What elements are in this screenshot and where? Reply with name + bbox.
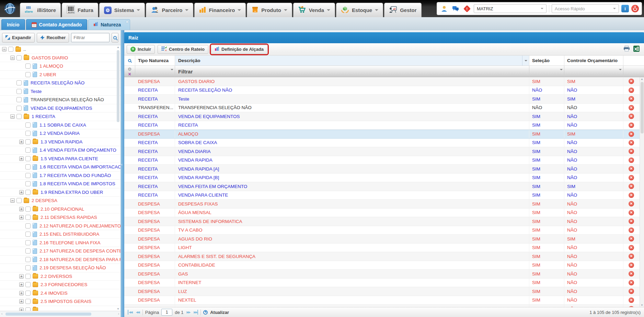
logout-power-button[interactable]: [631, 5, 639, 12]
tree-checkbox[interactable]: [25, 282, 31, 287]
tree-item[interactable]: 1.1 SOBRA DE CAIXA: [0, 121, 120, 130]
menu-venda[interactable]: Venda: [293, 3, 335, 17]
tree-checkbox[interactable]: [25, 248, 31, 254]
tab-inicio[interactable]: Início: [1, 19, 25, 30]
tree-item[interactable]: 1.3 VENDA RAPIDA: [0, 138, 120, 146]
tree-item[interactable]: VENDA DE EQUIPAMENTOS: [0, 104, 120, 113]
delete-row-icon[interactable]: ✕: [629, 96, 634, 102]
scroll-down-icon[interactable]: ▼: [116, 307, 120, 310]
tree-item[interactable]: 2.3 FORNECEDORES: [0, 281, 120, 289]
alert-icon[interactable]: !: [462, 4, 471, 13]
filter-selecao[interactable]: [529, 66, 564, 77]
table-row[interactable]: RECEITA VENDA RAPIDA SIM NÃO ✕: [124, 156, 644, 165]
tree-checkbox[interactable]: [25, 265, 31, 270]
tree-checkbox[interactable]: [25, 223, 31, 228]
table-row[interactable]: DESPESA CONTABILIDADE SIM NÃO ✕: [124, 261, 644, 270]
filter-descricao[interactable]: Filtrar: [175, 66, 529, 77]
tree-item[interactable]: 2 DESPESA: [0, 197, 120, 205]
tree-item[interactable]: 2.12 NATUREZA DO PLANEJAMENTO: [0, 222, 120, 231]
filter-controle-orcamentario[interactable]: [564, 66, 623, 77]
scroll-right-icon[interactable]: ›: [118, 312, 119, 316]
table-row[interactable]: DESPESA LUZ SIM NÃO ✕: [124, 287, 644, 296]
table-row[interactable]: RECEITA RECEITA SELEÇÃO NÃO NÃO NÃO ✕: [124, 86, 644, 95]
table-row[interactable]: DESPESA LIGHT SIM NÃO ✕: [124, 244, 644, 253]
tree-item[interactable]: 1.9 RENDA EXTRA DO UBER: [0, 188, 120, 197]
tree-checkbox[interactable]: [25, 291, 31, 296]
table-row[interactable]: DESPESA DESPESAS FIXAS SIM NÃO ✕: [124, 200, 644, 209]
tree-checkbox[interactable]: [25, 181, 31, 186]
tree-item[interactable]: 2.17 NATUREZA DE DESPESA CONTENDO: [0, 247, 120, 256]
tree-item[interactable]: 1.8 RECEITA VINDA DE IMPOSTOS: [0, 180, 120, 188]
page-number-input[interactable]: [161, 309, 172, 316]
table-row[interactable]: DESPESA ÁGUA MENSAL SIM NÃO ✕: [124, 209, 644, 218]
menu-sistema[interactable]: ⚙ Sistema: [99, 3, 145, 17]
tree-checkbox[interactable]: [25, 215, 31, 220]
tree-item[interactable]: TRANSFERENCIA SELEÇÃO NÃO: [0, 96, 120, 104]
scrollbar-thumb[interactable]: [117, 50, 119, 122]
scroll-up-icon[interactable]: ▲: [640, 78, 644, 81]
tree-checkbox[interactable]: [25, 240, 31, 245]
tree-checkbox[interactable]: [25, 207, 31, 212]
tree-item[interactable]: 2.19 DESPESA SELEÇÃO NÃO: [0, 264, 120, 272]
close-tab-icon[interactable]: ×: [126, 20, 128, 24]
menu-gestor[interactable]: Gestor: [384, 3, 421, 17]
filter-dropdown-icon[interactable]: [560, 70, 563, 77]
last-page-button[interactable]: ▶▶: [193, 310, 198, 315]
tree-item[interactable]: 2.18 NATUREZA DE DESPESA PARA FORN: [0, 256, 120, 264]
tree-item[interactable]: 2.4 IMOVEIS: [0, 289, 120, 298]
delete-row-icon[interactable]: ✕: [629, 79, 634, 84]
column-header-selecao[interactable]: Seleção: [529, 56, 564, 66]
prev-page-button[interactable]: ◀◀: [135, 310, 140, 315]
clear-filter-icon[interactable]: ×: [128, 72, 131, 76]
delete-row-icon[interactable]: ✕: [629, 122, 634, 128]
delete-row-icon[interactable]: ✕: [629, 219, 634, 224]
tree-toggle-icon[interactable]: [19, 190, 24, 195]
table-row[interactable]: RECEITA VENDA FEITA EM ORÇAMENTO SIM SIM…: [124, 182, 644, 191]
menu-parceiro[interactable]: Parceiro: [146, 3, 193, 17]
tree-toggle-icon[interactable]: [19, 207, 24, 211]
app-logo-icon[interactable]: [0, 0, 20, 17]
tree-vertical-scrollbar[interactable]: ▲ ▼: [116, 45, 120, 311]
table-row[interactable]: RECEITA RECEITA SIM NÃO ✕: [124, 121, 644, 130]
delete-row-icon[interactable]: ✕: [629, 262, 634, 268]
tree-checkbox[interactable]: [25, 164, 31, 169]
print-button[interactable]: [623, 46, 630, 53]
panel-splitter[interactable]: ‹: [121, 30, 124, 317]
menu-estoque[interactable]: Estoque: [336, 3, 383, 17]
tree-item[interactable]: 2.5 IMPOSTOS GERAIS: [0, 297, 120, 306]
tree-item[interactable]: ..: [0, 45, 120, 54]
delete-row-icon[interactable]: ✕: [629, 289, 634, 294]
table-row[interactable]: DESPESA AGUAS DO RIO SIM SIM ✕: [124, 235, 644, 244]
delete-row-icon[interactable]: ✕: [629, 175, 634, 180]
tree-checkbox[interactable]: [25, 232, 31, 237]
tree-item[interactable]: 1.6 RECEITA VINDA DA IMPORTACAO: [0, 163, 120, 172]
delete-row-icon[interactable]: ✕: [629, 210, 634, 215]
tree-item[interactable]: RECEITA SELEÇÃO NÃO: [0, 79, 120, 87]
tree-toggle-icon[interactable]: [19, 282, 24, 287]
incluir-button[interactable]: + Incluir: [127, 45, 155, 54]
delete-row-icon[interactable]: ✕: [629, 271, 634, 277]
filter-dropdown-icon[interactable]: [171, 70, 173, 77]
table-row[interactable]: DESPESA GASTOS DIARIO SIM SIM ✕: [124, 77, 644, 86]
table-row[interactable]: RECEITA VENDA PARA CLIENTE SIM NÃO ✕: [124, 191, 644, 200]
search-icon[interactable]: [128, 59, 131, 62]
table-row[interactable]: RECEITA VENDA DE EQUIPAMENTOS SIM NÃO ✕: [124, 112, 644, 121]
table-row[interactable]: DESPESA NEXTEL SIM NÃO ✕: [124, 296, 644, 305]
table-row[interactable]: DESPESA ALMOÇO SIM SIM ✕: [124, 130, 644, 139]
menu-illistore[interactable]: illistore illiStore: [20, 3, 61, 17]
tree-toggle-icon[interactable]: [19, 140, 24, 144]
delete-row-icon[interactable]: ✕: [629, 297, 634, 303]
collapse-panel-icon[interactable]: ‹: [121, 162, 123, 166]
tab-natureza[interactable]: Natureza ×: [88, 19, 130, 30]
tree-toggle-icon[interactable]: [19, 308, 24, 311]
tree-item[interactable]: 2.11 DESPESAS RAPIDAS: [0, 213, 120, 222]
tree-checkbox[interactable]: [25, 139, 31, 144]
delete-row-icon[interactable]: ✕: [629, 140, 634, 145]
filter-dropdown-icon[interactable]: [619, 70, 622, 77]
tab-contato-agendado[interactable]: Contato Agendado: [26, 19, 88, 30]
tree-toggle-icon[interactable]: [19, 274, 24, 279]
delete-row-icon[interactable]: ✕: [629, 254, 634, 259]
gear-icon[interactable]: ⚙: [128, 67, 132, 71]
help-info-button[interactable]: i: [621, 5, 629, 12]
scrollbar-thumb[interactable]: [641, 82, 644, 133]
